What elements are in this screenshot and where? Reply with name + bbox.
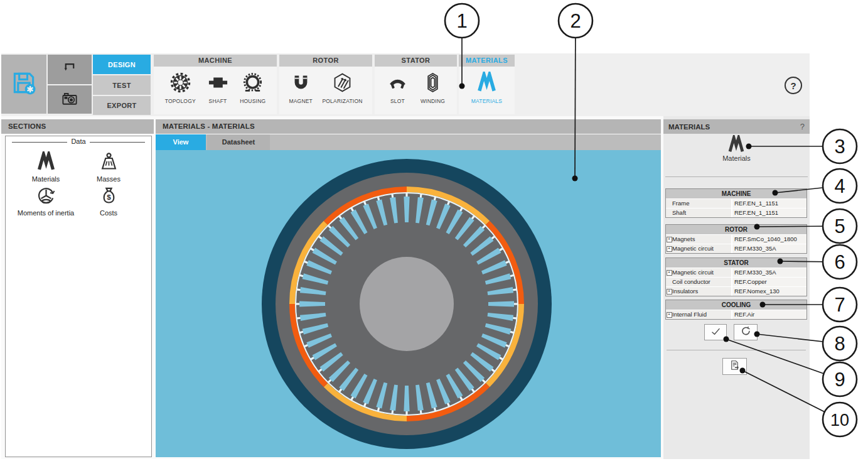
view-tab-view[interactable]: View — [156, 134, 206, 150]
expand-toggle[interactable]: + — [666, 287, 672, 296]
group-title: MATERIALS — [459, 55, 515, 67]
properties-panel: MATERIALS ? Materials MACHINEFrameREF.EN… — [663, 116, 810, 459]
expand-toggle[interactable]: + — [666, 235, 672, 244]
svg-text:$: $ — [107, 193, 111, 201]
row-value[interactable]: REF.Air — [731, 310, 806, 319]
group-title: ROTOR — [279, 55, 372, 67]
row-indent — [666, 199, 672, 208]
svg-text:5: 5 — [834, 215, 845, 237]
app-window: MACHINETOPOLOGYSHAFTHOUSINGROTORMAGNETPO… — [1, 53, 810, 459]
materials-icon-label: Materials — [663, 154, 810, 162]
tab-export[interactable]: EXPORT — [93, 96, 151, 115]
row-value[interactable]: REF.EN_1_1151 — [731, 199, 806, 208]
materials-table-machine: MACHINEFrameREF.EN_1_1151ShaftREF.EN_1_1… — [665, 188, 807, 218]
row-label: Magnets — [672, 235, 731, 244]
undo-icon — [60, 59, 79, 80]
machine-view-canvas[interactable] — [156, 150, 661, 457]
row-value[interactable]: REF.Nomex_130 — [731, 287, 806, 296]
toolbar-item-magnet[interactable]: MAGNET — [289, 72, 313, 104]
group-title: STATOR — [375, 55, 457, 67]
materials-table-rotor: ROTOR+MagnetsREF.SmCo_1040_1800+Magnetic… — [665, 224, 807, 254]
toolbar-item-label: SLOT — [390, 98, 405, 104]
toolbar-item-winding[interactable]: WINDING — [421, 72, 445, 104]
table-row: +MagnetsREF.SmCo_1040_1800 — [666, 235, 806, 244]
help-label: ? — [790, 80, 796, 91]
row-indent — [666, 208, 672, 217]
materials-icon — [36, 163, 56, 174]
toolbar-item-label: TOPOLOGY — [165, 98, 196, 104]
export-button[interactable] — [722, 358, 747, 375]
materials-table-cooling: COOLING+Internal FluidREF.Air — [665, 300, 807, 320]
divider — [667, 350, 806, 350]
row-value[interactable]: REF.M330_35A — [731, 244, 806, 253]
data-group-label: Data — [6, 138, 151, 145]
screenshot-button[interactable] — [48, 85, 92, 114]
toolbar-item-shaft[interactable]: SHAFT — [207, 72, 229, 104]
table-header-cooling: COOLING — [666, 300, 806, 310]
undo-button[interactable] — [48, 55, 92, 84]
ribbon-group-materials: MATERIALSMATERIALS — [459, 55, 515, 114]
ribbon-group-stator: STATORSLOTWINDING — [375, 55, 457, 114]
properties-panel-header: MATERIALS ? — [663, 119, 810, 134]
toolbar-item-housing[interactable]: HOUSING — [240, 72, 265, 104]
apply-button[interactable] — [704, 324, 727, 340]
svg-text:3: 3 — [834, 136, 845, 158]
save-icon — [10, 69, 38, 99]
view-panel-header: MATERIALS - MATERIALS — [156, 119, 661, 134]
table-row: Coil conductorREF.Copper — [666, 278, 806, 287]
row-value[interactable]: REF.Copper — [731, 278, 806, 286]
toolbar-item-materials[interactable]: MATERIALS — [471, 72, 502, 104]
table-row: ShaftREF.EN_1_1151 — [666, 208, 806, 217]
toolbar-item-label: POLARIZATION — [322, 98, 362, 104]
expand-toggle[interactable]: + — [666, 268, 672, 277]
check-icon — [710, 325, 722, 340]
row-value[interactable]: REF.EN_1_1151 — [731, 208, 806, 217]
toolbar-item-topology[interactable]: TOPOLOGY — [165, 72, 196, 104]
costs-icon: $ — [99, 197, 119, 208]
sections-panel-header: SECTIONS — [1, 119, 154, 134]
expand-toggle[interactable]: + — [666, 310, 672, 319]
tab-design[interactable]: DESIGN — [93, 55, 151, 74]
table-row: +Magnetic circuitREF.M330_35A — [666, 244, 806, 253]
row-label: Insulators — [672, 287, 731, 296]
svg-text:1: 1 — [456, 10, 467, 32]
help-button[interactable]: ? — [785, 77, 802, 94]
table-row: +Internal FluidREF.Air — [666, 310, 806, 319]
materials-table-stator: STATOR+Magnetic circuitREF.M330_35ACoil … — [665, 257, 807, 296]
camera-icon — [60, 89, 79, 111]
magnet-icon — [290, 72, 312, 96]
inertia-icon — [36, 197, 56, 208]
row-value[interactable]: REF.M330_35A — [731, 268, 806, 277]
restore-button[interactable] — [734, 324, 758, 340]
toolbar-item-polarization[interactable]: POLARIZATION — [322, 72, 362, 104]
toolbar-item-slot[interactable]: SLOT — [387, 72, 409, 104]
table-header-stator: STATOR — [666, 258, 806, 268]
row-label: Magnetic circuit — [672, 268, 731, 277]
section-item-label: Masses — [71, 175, 146, 183]
expand-toggle[interactable]: + — [666, 244, 672, 253]
toolbar-item-label: SHAFT — [209, 98, 227, 104]
group-body: MAGNETPOLARIZATION — [279, 67, 372, 104]
save-button[interactable] — [1, 55, 46, 114]
masses-icon — [99, 163, 119, 174]
panel-help-button[interactable]: ? — [800, 122, 805, 131]
svg-text:2: 2 — [570, 10, 581, 32]
topology-icon — [169, 72, 191, 96]
svg-text:10: 10 — [830, 411, 849, 430]
row-label: Magnetic circuit — [672, 244, 731, 253]
section-item-costs[interactable]: $Costs — [71, 185, 146, 217]
group-title: MACHINE — [154, 55, 277, 67]
section-item-masses[interactable]: Masses — [71, 151, 146, 183]
svg-text:8: 8 — [834, 333, 845, 355]
tab-test[interactable]: TEST — [93, 75, 151, 95]
view-tab-datasheet[interactable]: Datasheet — [207, 134, 270, 150]
svg-text:6: 6 — [834, 251, 845, 273]
shaft — [360, 257, 454, 351]
row-label: Frame — [672, 199, 731, 208]
slot-icon — [387, 72, 409, 96]
ribbon-group-rotor: ROTORMAGNETPOLARIZATION — [279, 55, 372, 114]
row-value[interactable]: REF.SmCo_1040_1800 — [731, 235, 806, 244]
row-indent — [666, 278, 672, 286]
shaft-icon — [207, 72, 229, 96]
group-body: TOPOLOGYSHAFTHOUSING — [154, 67, 277, 104]
